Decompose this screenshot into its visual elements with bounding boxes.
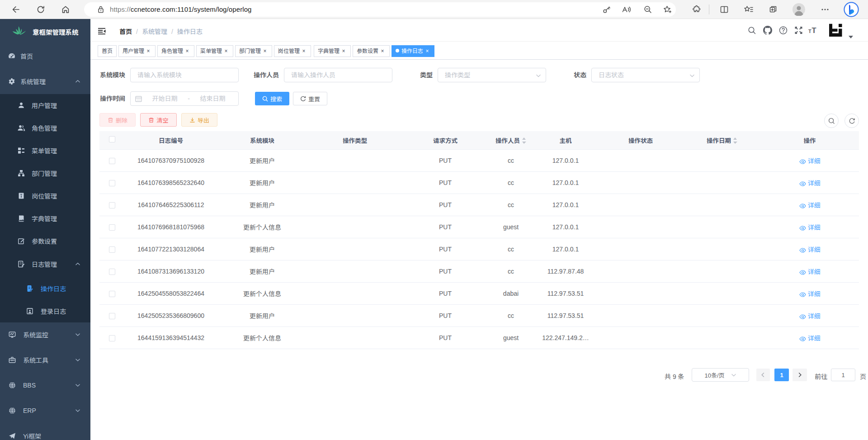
svg-text:T: T bbox=[808, 28, 811, 34]
svg-text:T: T bbox=[812, 27, 816, 34]
